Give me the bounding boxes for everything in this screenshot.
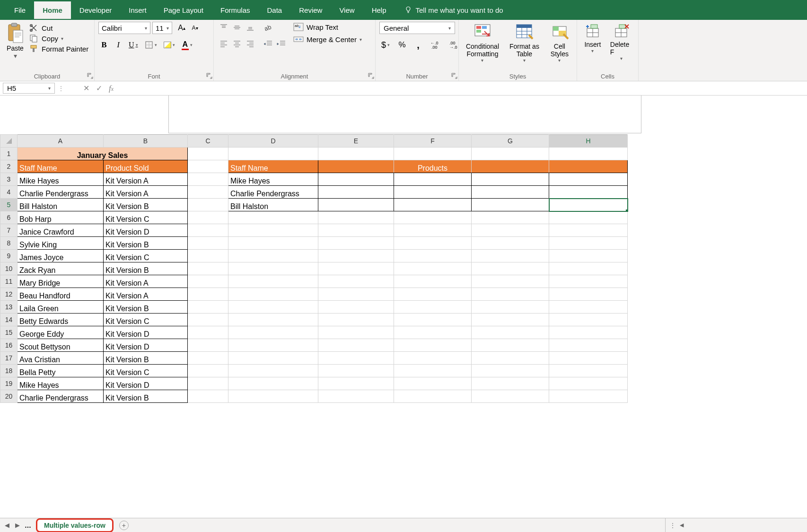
cell-G6[interactable] [472,211,549,224]
cell-A17[interactable]: Ava Cristian [18,352,104,365]
formula-input[interactable] [120,81,807,95]
tab-home[interactable]: Home [34,1,71,19]
column-header-D[interactable]: D [228,135,318,148]
cell-D15[interactable] [228,326,318,339]
row-header-11[interactable]: 11 [0,275,18,288]
font-dialog-launcher[interactable] [206,72,212,79]
orientation-button[interactable]: ab [262,22,274,33]
cell-A1[interactable]: January Sales [18,148,188,160]
cell-H7[interactable] [549,224,628,237]
cell-C8[interactable] [188,237,228,250]
row-header-17[interactable]: 17 [0,352,18,365]
cell-G15[interactable] [472,326,549,339]
cell-E20[interactable] [318,390,394,403]
row-header-18[interactable]: 18 [0,365,18,377]
cell-H12[interactable] [549,288,628,301]
cell-A2[interactable]: Staff Name [18,160,104,173]
cell-H3[interactable] [549,173,628,186]
formula-bar-expand[interactable] [168,96,641,133]
cell-D12[interactable] [228,288,318,301]
tab-data[interactable]: Data [259,1,291,19]
cell-D5[interactable]: Bill Halston [228,199,318,211]
cell-H15[interactable] [549,326,628,339]
cell-E18[interactable] [318,365,394,377]
merge-center-button[interactable]: Merge & Center ▾ [293,35,362,44]
cell-H4[interactable] [549,186,628,199]
cell-C13[interactable] [188,301,228,314]
increase-indent-button[interactable] [275,38,288,49]
decrease-indent-button[interactable] [262,38,274,49]
row-header-5[interactable]: 5 [0,199,18,211]
cell-C11[interactable] [188,275,228,288]
cell-A5[interactable]: Bill Halston [18,199,104,211]
align-right-button[interactable] [244,38,256,49]
cell-D6[interactable] [228,211,318,224]
cell-F1[interactable] [394,148,472,160]
cell-E17[interactable] [318,352,394,365]
row-header-19[interactable]: 19 [0,377,18,390]
clipboard-dialog-launcher[interactable] [87,72,93,79]
row-header-6[interactable]: 6 [0,211,18,224]
horizontal-scroll-left[interactable]: ◀ [680,522,684,528]
bold-button[interactable]: B [98,39,110,51]
cell-G4[interactable] [472,186,549,199]
number-dialog-launcher[interactable] [451,72,457,79]
font-name-combo[interactable]: Calibri▾ [98,22,150,34]
cell-E14[interactable] [318,314,394,326]
cell-E7[interactable] [318,224,394,237]
italic-button[interactable]: I [113,39,124,51]
cancel-formula-button[interactable]: ✕ [83,84,89,93]
cell-C2[interactable] [188,160,228,173]
cell-C19[interactable] [188,377,228,390]
cell-H19[interactable] [549,377,628,390]
cell-G2[interactable] [472,160,549,173]
align-middle-button[interactable] [231,22,243,33]
cell-D18[interactable] [228,365,318,377]
cell-B5[interactable]: Kit Version B [104,199,188,211]
row-header-2[interactable]: 2 [0,160,18,173]
cell-B13[interactable]: Kit Version B [104,301,188,314]
name-box[interactable]: H5▾ [3,83,55,94]
row-header-10[interactable]: 10 [0,262,18,275]
row-header-9[interactable]: 9 [0,250,18,262]
column-header-F[interactable]: F [394,135,472,148]
column-header-E[interactable]: E [318,135,394,148]
cell-H10[interactable] [549,262,628,275]
cell-E11[interactable] [318,275,394,288]
cell-B8[interactable]: Kit Version B [104,237,188,250]
tab-insert[interactable]: Insert [120,1,155,19]
cell-G8[interactable] [472,237,549,250]
cell-D17[interactable] [228,352,318,365]
alignment-dialog-launcher[interactable] [368,72,374,79]
cell-B11[interactable]: Kit Version A [104,275,188,288]
cell-E9[interactable] [318,250,394,262]
sheet-nav-next[interactable]: ▶ [13,522,22,529]
column-header-A[interactable]: A [18,135,104,148]
column-header-G[interactable]: G [472,135,549,148]
cell-G11[interactable] [472,275,549,288]
cell-F8[interactable] [394,237,472,250]
cell-H14[interactable] [549,314,628,326]
cell-G10[interactable] [472,262,549,275]
cell-G3[interactable] [472,173,549,186]
cell-G20[interactable] [472,390,549,403]
cell-A20[interactable]: Charlie Pendergrass [18,390,104,403]
cell-C1[interactable] [188,148,228,160]
align-center-button[interactable] [231,38,243,49]
add-sheet-button[interactable]: + [119,521,129,530]
cell-A4[interactable]: Charlie Pendergrass [18,186,104,199]
increase-decimal-button[interactable]: ←.0.00 [429,39,443,51]
cell-B12[interactable]: Kit Version A [104,288,188,301]
cell-A12[interactable]: Beau Handford [18,288,104,301]
cell-F5[interactable] [394,199,472,211]
copy-button[interactable]: Copy ▾ [29,34,88,43]
tab-view[interactable]: View [331,1,363,19]
decrease-font-button[interactable]: A▾ [189,22,201,34]
cell-A9[interactable]: James Joyce [18,250,104,262]
tab-formulas[interactable]: Formulas [212,1,259,19]
row-header-20[interactable]: 20 [0,390,18,403]
tab-file[interactable]: File [6,1,34,19]
font-color-button[interactable]: A [180,39,195,51]
cell-B19[interactable]: Kit Version D [104,377,188,390]
cell-G14[interactable] [472,314,549,326]
